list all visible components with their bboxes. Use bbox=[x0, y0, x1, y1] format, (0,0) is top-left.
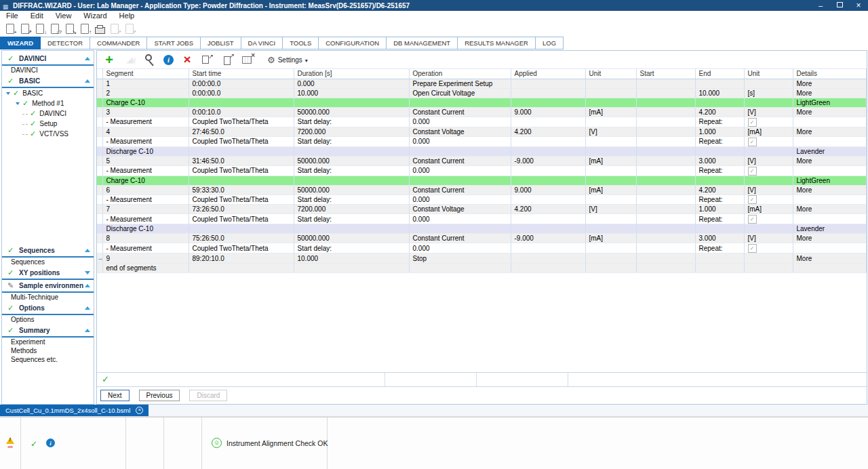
cell-start[interactable] bbox=[636, 127, 695, 136]
cell-segment[interactable]: 4 bbox=[102, 127, 189, 136]
cell-details[interactable]: More bbox=[793, 89, 867, 98]
segment-row[interactable]: 531:46:50.050000.000Constant Current-9.0… bbox=[97, 156, 867, 165]
tab-start-jobs[interactable]: START JOBS bbox=[147, 37, 201, 49]
sidebar-item-methods[interactable]: Methods bbox=[2, 346, 94, 355]
cell-operation[interactable]: Constant Current bbox=[409, 156, 511, 165]
cell-segment[interactable]: 9 bbox=[102, 253, 189, 264]
cell-start-time[interactable]: Coupled TwoTheta/Theta bbox=[189, 195, 294, 205]
cell-unit1[interactable] bbox=[585, 79, 636, 89]
repeat-checkbox[interactable]: ✓ bbox=[748, 118, 757, 127]
chevron-down-icon[interactable] bbox=[85, 271, 90, 274]
cell-start-time[interactable]: 0:00:00.0 bbox=[189, 79, 294, 89]
cell-segment[interactable]: 6 bbox=[102, 185, 189, 195]
cell-unit2[interactable]: [V] bbox=[744, 185, 793, 195]
group-row[interactable]: Charge C-10LightGreen bbox=[97, 98, 867, 108]
cell-start-time[interactable]: 0:00:00.0 bbox=[189, 89, 294, 98]
cell-start[interactable] bbox=[636, 156, 695, 165]
cell-start-time[interactable]: Coupled TwoTheta/Theta bbox=[189, 243, 294, 253]
sidebar-section-sequences[interactable]: ✓Sequences bbox=[2, 245, 94, 258]
cell-start-time[interactable]: 59:33:30.0 bbox=[189, 185, 294, 195]
cell-end[interactable]: Repeat: bbox=[695, 117, 744, 127]
cell-unit2[interactable]: ✓ bbox=[744, 243, 793, 253]
cell-start[interactable] bbox=[636, 243, 695, 253]
cell-details[interactable] bbox=[793, 117, 867, 127]
cell-unit1[interactable] bbox=[585, 195, 636, 205]
cell-duration[interactable]: 50000.000 bbox=[294, 108, 409, 117]
end-of-segments-row[interactable]: end of segments bbox=[97, 264, 867, 273]
cell-applied[interactable] bbox=[511, 253, 585, 264]
cell-end[interactable]: 1.000 bbox=[695, 127, 744, 136]
cell-end[interactable]: 10.000 bbox=[695, 89, 744, 98]
cell-start[interactable] bbox=[636, 89, 695, 98]
cell-duration[interactable]: 0.000 bbox=[294, 79, 409, 89]
group-row[interactable]: Discharge C-10Lavender bbox=[97, 224, 867, 234]
cell-unit2[interactable]: ✓ bbox=[744, 214, 793, 224]
cell-segment[interactable]: 3 bbox=[102, 108, 189, 117]
cell-segment[interactable]: - Measurement bbox=[102, 243, 189, 253]
settings-dropdown[interactable]: Settings bbox=[267, 55, 308, 65]
cell-end[interactable]: Repeat: bbox=[695, 165, 744, 176]
cell-unit1[interactable] bbox=[585, 89, 636, 98]
cell-start[interactable] bbox=[636, 165, 695, 176]
cell-applied[interactable]: 4.200 bbox=[511, 205, 585, 214]
cell-unit2[interactable]: [mA] bbox=[744, 205, 793, 214]
cell-operation[interactable]: Stop bbox=[409, 253, 511, 264]
cell-unit1[interactable] bbox=[585, 117, 636, 127]
segment-row[interactable]: 30:00:10.050000.000Constant Current9.000… bbox=[97, 108, 867, 117]
sidebar-section-xy-positions[interactable]: ✓XY positions bbox=[2, 267, 94, 280]
cell-unit1[interactable] bbox=[585, 243, 636, 253]
segment-row[interactable]: 427:46:50.07200.000Constant Voltage4.200… bbox=[97, 127, 867, 136]
repeat-checkbox[interactable]: ✓ bbox=[748, 215, 757, 224]
cell-start-time[interactable]: 27:46:50.0 bbox=[189, 127, 294, 136]
cell-end[interactable]: 3.000 bbox=[695, 156, 744, 165]
tab-wizard[interactable]: WIZARD bbox=[0, 37, 41, 49]
tab-db-management[interactable]: DB MANAGEMENT bbox=[387, 37, 458, 49]
cell-unit2[interactable]: ✓ bbox=[744, 117, 793, 127]
cell-operation[interactable]: 0.000 bbox=[409, 117, 511, 127]
cell-segment[interactable]: 7 bbox=[102, 205, 189, 214]
cell-applied[interactable] bbox=[511, 117, 585, 127]
chevron-up-icon[interactable] bbox=[85, 329, 90, 332]
status-info-icon[interactable] bbox=[46, 439, 55, 447]
cell-unit1[interactable] bbox=[585, 165, 636, 176]
new-experiment-icon[interactable]: + bbox=[3, 22, 18, 35]
measurement-row[interactable]: - MeasurementCoupled TwoTheta/ThetaStart… bbox=[97, 243, 867, 253]
cell-end[interactable]: Repeat: bbox=[695, 136, 744, 146]
save-icon[interactable]: ↓ bbox=[33, 22, 47, 35]
cell-end[interactable]: 1.000 bbox=[695, 205, 744, 214]
cell-details[interactable]: More bbox=[793, 108, 867, 117]
cell-duration[interactable]: 7200.000 bbox=[294, 127, 409, 136]
delete-table-icon[interactable] bbox=[241, 54, 255, 66]
delete-segment-icon[interactable] bbox=[180, 54, 194, 66]
sidebar-item-sequences[interactable]: Sequences bbox=[2, 258, 94, 267]
menu-wizard[interactable]: Wizard bbox=[77, 11, 113, 21]
cell-start-time[interactable]: Coupled TwoTheta/Theta bbox=[189, 214, 294, 224]
cell-unit1[interactable] bbox=[585, 253, 636, 264]
cell-unit2[interactable]: [V] bbox=[744, 234, 793, 243]
sidebar-item-options[interactable]: Options bbox=[2, 315, 94, 325]
cell-segment[interactable]: - Measurement bbox=[102, 136, 189, 146]
cell-applied[interactable] bbox=[511, 79, 585, 89]
cell-end[interactable] bbox=[695, 79, 744, 89]
cell-duration[interactable]: Start delay: bbox=[294, 136, 409, 146]
cell-unit1[interactable]: [mA] bbox=[585, 108, 636, 117]
cell-details[interactable]: More bbox=[793, 205, 867, 214]
copy-segment-icon[interactable] bbox=[201, 54, 214, 66]
cell-segment[interactable]: - Measurement bbox=[102, 214, 189, 224]
cell-segment[interactable]: - Measurement bbox=[102, 117, 189, 127]
cell-start-time[interactable]: 75:26:50.0 bbox=[189, 234, 294, 243]
cell-segment[interactable]: 1 bbox=[102, 79, 189, 89]
cell-end[interactable]: Repeat: bbox=[695, 243, 744, 253]
tree-node-vct-vss[interactable]: ✓VCT/VSS bbox=[2, 129, 94, 139]
menu-edit[interactable]: Edit bbox=[24, 11, 50, 21]
segment-row[interactable]: 773:26:50.07200.000Constant Voltage4.200… bbox=[97, 205, 867, 214]
measurement-row[interactable]: - MeasurementCoupled TwoTheta/ThetaStart… bbox=[97, 165, 867, 176]
tab-joblist[interactable]: JOBLIST bbox=[201, 37, 241, 49]
cell-operation[interactable]: Constant Current bbox=[409, 185, 511, 195]
next-button[interactable]: Next bbox=[100, 390, 130, 401]
cell-duration[interactable]: 50000.000 bbox=[294, 234, 409, 243]
cell-duration[interactable]: Start delay: bbox=[294, 214, 409, 224]
cell-unit2[interactable] bbox=[744, 253, 793, 264]
expander-icon[interactable] bbox=[6, 92, 10, 95]
sidebar-item-sequences-etc[interactable]: Sequences etc. bbox=[2, 355, 94, 364]
